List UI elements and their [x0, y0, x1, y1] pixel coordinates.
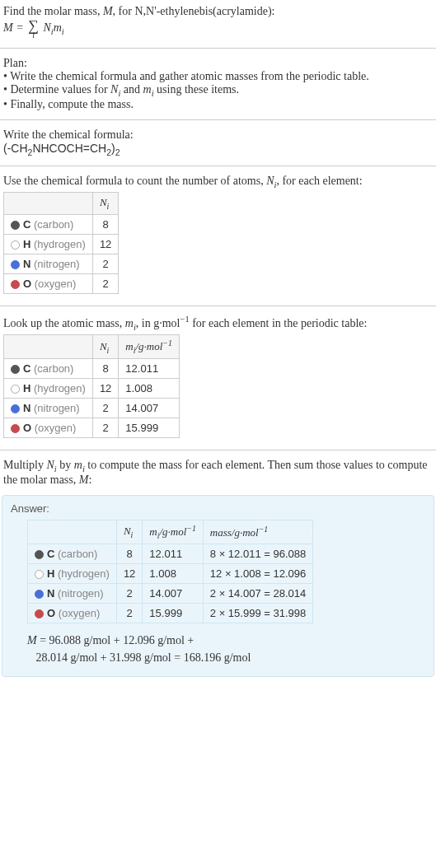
final-c: 28.014 g/mol + 31.998 g/mol = 168.196 g/… — [36, 651, 251, 664]
el-sym: O — [23, 422, 31, 434]
var-mi: mi — [143, 83, 154, 96]
el-sym: C — [23, 362, 30, 375]
h3-sup: −1 — [186, 524, 195, 533]
h2-Ni-sub: i — [107, 345, 110, 354]
table-row: C (carbon)8 — [4, 214, 119, 234]
lookup-c: for each element in the periodic table: — [190, 317, 368, 329]
el-m: 15.999 — [119, 418, 179, 438]
table-row: O (oxygen)215.999 — [4, 418, 180, 438]
element-cell: O (oxygen) — [4, 418, 93, 438]
el-mass: 8 × 12.011 = 96.088 — [203, 544, 312, 564]
h2-Ni: N — [100, 340, 107, 352]
count-atoms-title: Use the chemical formula to count the nu… — [3, 175, 433, 189]
multiply-section: Multiply Ni by mi to compute the mass fo… — [0, 454, 436, 492]
dot-icon — [11, 365, 20, 374]
el-name: (hydrogen) — [34, 382, 86, 394]
dot-icon — [11, 280, 20, 289]
el-sym: N — [23, 402, 30, 414]
table-header-row: Ni — [4, 193, 119, 215]
chem-sub3: 2 — [115, 147, 120, 157]
dot-icon — [11, 260, 20, 269]
h-Ni-sub: i — [107, 202, 110, 211]
plan-bullet-1: • Write the chemical formula and gather … — [3, 70, 433, 83]
el-sym: C — [23, 218, 30, 231]
h3-Ni: N — [124, 525, 131, 537]
chem-b: NHCOCH=CH — [32, 142, 106, 155]
h3-Ni-sub: i — [131, 530, 134, 539]
plan-bullet-3: • Finally, compute the mass. — [3, 98, 433, 111]
dot-icon — [11, 424, 20, 433]
table-row: H (hydrogen)121.008 — [4, 379, 180, 399]
element-cell: N (nitrogen) — [28, 584, 117, 604]
el-sym: O — [47, 607, 55, 619]
header-mass: mass/g·mol−1 — [203, 520, 312, 544]
el-name: (nitrogen) — [34, 258, 80, 270]
var-Ni2: Ni — [266, 175, 276, 187]
el-mass: 2 × 14.007 = 28.014 — [203, 584, 312, 604]
el-sym: H — [47, 567, 54, 580]
mi3: m — [74, 459, 82, 471]
header-blank — [4, 335, 93, 359]
table-row: H (hydrogen)121.00812 × 1.008 = 12.096 — [28, 564, 313, 584]
el-N: 8 — [116, 544, 142, 564]
header-blank — [4, 193, 93, 215]
table-row: N (nitrogen)214.007 — [4, 399, 180, 418]
lookup-b: , in g·mol — [136, 317, 180, 329]
divider — [0, 48, 436, 49]
plan-bullet-2: • Determine values for Ni and mi using t… — [3, 83, 433, 98]
header-blank — [28, 520, 117, 544]
divider — [0, 306, 436, 306]
el-name: (carbon) — [34, 218, 73, 231]
h3-unit: /g·mol — [159, 525, 186, 538]
header-Ni: Ni — [116, 520, 142, 544]
table-row: O (oxygen)215.9992 × 15.999 = 31.998 — [28, 604, 313, 623]
element-cell: H (hydrogen) — [4, 234, 93, 254]
element-cell: N (nitrogen) — [4, 399, 93, 418]
el-N: 12 — [116, 564, 142, 584]
element-cell: N (nitrogen) — [4, 254, 93, 273]
write-formula-title: Write the chemical formula: — [3, 128, 433, 142]
el-mass: 12 × 1.008 = 12.096 — [203, 564, 312, 584]
count-a: Use the chemical formula to count the nu… — [3, 175, 266, 187]
el-m: 12.011 — [119, 359, 179, 379]
header-mi: mi/g·mol−1 — [143, 520, 203, 544]
table-header-row: Ni mi/g·mol−1 mass/g·mol−1 — [28, 520, 313, 544]
lookup-sup: −1 — [180, 315, 189, 324]
dot-icon — [11, 240, 20, 250]
divider — [0, 119, 436, 120]
count-atoms-section: Use the chemical formula to count the nu… — [0, 170, 436, 302]
plan-title: Plan: — [3, 57, 433, 70]
mi2: m — [125, 317, 134, 329]
header-mi: mi/g·mol−1 — [119, 335, 179, 359]
plan-section: Plan: • Write the chemical formula and g… — [0, 52, 436, 116]
final-equation: M = 96.088 g/mol + 12.096 g/mol + 28.014… — [27, 632, 425, 666]
table-row: O (oxygen)2 — [4, 273, 119, 293]
element-cell: C (carbon) — [4, 359, 93, 379]
lookup-section: Look up the atomic mass, mi, in g·mol−1 … — [0, 310, 436, 446]
el-name: (hydrogen) — [34, 238, 86, 250]
el-N: 2 — [116, 604, 142, 623]
el-N: 8 — [92, 359, 118, 379]
lookup-title: Look up the atomic mass, mi, in g·mol−1 … — [3, 315, 433, 331]
el-name: (hydrogen) — [58, 567, 110, 580]
el-m: 1.008 — [143, 564, 203, 584]
el-N: 2 — [92, 254, 118, 273]
write-formula-section: Write the chemical formula: (-CH2NHCOCH=… — [0, 124, 436, 162]
dot-icon — [35, 590, 44, 599]
var-mi2: mi — [125, 317, 136, 329]
var-Ni3: Ni — [47, 459, 57, 471]
el-sym: H — [23, 382, 30, 394]
table-row: C (carbon)812.011 — [4, 359, 180, 379]
el-m: 12.011 — [143, 544, 203, 564]
el-N: 2 — [92, 418, 118, 438]
var-mi3: mi — [74, 459, 85, 471]
divider — [0, 450, 436, 450]
el-name: (nitrogen) — [34, 402, 80, 414]
el-sym: O — [23, 278, 31, 290]
lookup-a: Look up the atomic mass, — [3, 317, 125, 329]
el-name: (nitrogen) — [58, 587, 104, 600]
el-sym: H — [23, 238, 30, 250]
chem-a: (-CH — [3, 142, 28, 155]
element-cell: C (carbon) — [4, 214, 93, 234]
h3-mass: mass/g·mol — [210, 526, 259, 539]
